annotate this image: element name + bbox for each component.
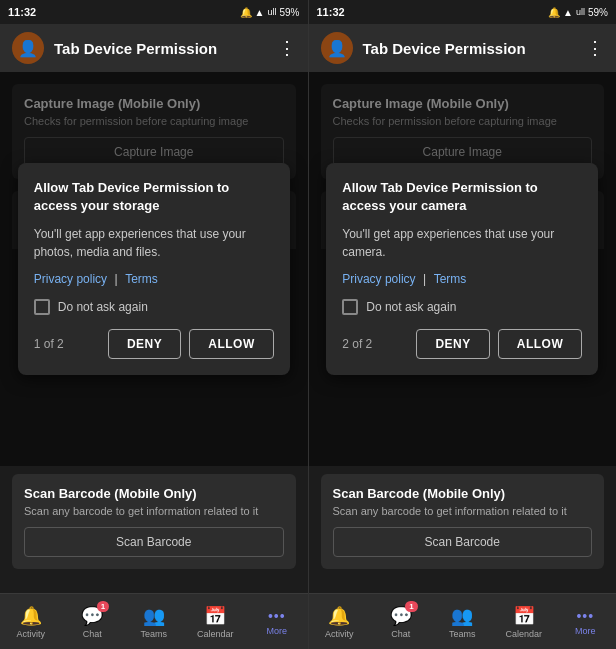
nav-more-left[interactable]: ••• More (253, 608, 301, 636)
activity-icon-right: 🔔 (328, 605, 350, 627)
checkbox-label-right: Do not ask again (366, 300, 456, 314)
privacy-policy-link-right[interactable]: Privacy policy (342, 272, 415, 286)
nav-label-activity-left: Activity (16, 629, 45, 639)
terms-link-right[interactable]: Terms (434, 272, 467, 286)
nav-chat-right[interactable]: 💬1 Chat (377, 605, 425, 639)
link-separator-left: | (115, 272, 118, 286)
nav-teams-left[interactable]: 👥 Teams (130, 605, 178, 639)
dialog-buttons-left: DENY ALLOW (108, 329, 274, 359)
checkbox-row-left: Do not ask again (34, 299, 274, 315)
wifi-icon-left: ▲ (255, 7, 265, 18)
phone-panel-right: 11:32 🔔 ▲ ull 59% 👤 Tab Device Permissio… (309, 0, 617, 649)
deny-button-right[interactable]: DENY (416, 329, 489, 359)
nav-label-chat-right: Chat (391, 629, 410, 639)
card-desc-scan-left: Scan any barcode to get information rela… (24, 505, 284, 517)
dialog-title-right: Allow Tab Device Permission to access yo… (342, 179, 582, 215)
battery-left: 59% (279, 7, 299, 18)
dialog-buttons-right: DENY ALLOW (416, 329, 582, 359)
teams-icon-left: 👥 (143, 605, 165, 627)
bottom-cards-right: Scan Barcode (Mobile Only) Scan any barc… (309, 466, 617, 593)
permission-dialog-right: Allow Tab Device Permission to access yo… (326, 163, 598, 375)
allow-button-left[interactable]: ALLOW (189, 329, 274, 359)
nav-label-activity-right: Activity (325, 629, 354, 639)
calendar-icon-right: 📅 (513, 605, 535, 627)
nav-label-more-left: More (266, 626, 287, 636)
notification-icon-left: 🔔 (240, 7, 252, 18)
teams-icon-right: 👥 (451, 605, 473, 627)
nav-more-right[interactable]: ••• More (561, 608, 609, 636)
avatar-right: 👤 (321, 32, 353, 64)
scan-barcode-button-left[interactable]: Scan Barcode (24, 527, 284, 557)
checkbox-label-left: Do not ask again (58, 300, 148, 314)
status-icons-left: 🔔 ▲ ull 59% (240, 7, 300, 18)
calendar-icon-left: 📅 (204, 605, 226, 627)
dialog-links-left: Privacy policy | Terms (34, 269, 274, 287)
avatar-left: 👤 (12, 32, 44, 64)
app-title-left: Tab Device Permission (54, 40, 268, 57)
notification-icon-right: 🔔 (548, 7, 560, 18)
dialog-counter-right: 2 of 2 (342, 337, 372, 351)
card-title-scan-left: Scan Barcode (Mobile Only) (24, 486, 284, 501)
card-title-scan-right: Scan Barcode (Mobile Only) (333, 486, 593, 501)
nav-label-teams-left: Teams (140, 629, 167, 639)
nav-chat-left[interactable]: 💬1 Chat (68, 605, 116, 639)
dialog-counter-left: 1 of 2 (34, 337, 64, 351)
status-icons-right: 🔔 ▲ ull 59% (548, 7, 608, 18)
status-time-left: 11:32 (8, 6, 36, 18)
card-scan-barcode-right: Scan Barcode (Mobile Only) Scan any barc… (321, 474, 605, 569)
chat-badge-left: 1 (97, 601, 109, 612)
nav-teams-right[interactable]: 👥 Teams (438, 605, 486, 639)
nav-label-more-right: More (575, 626, 596, 636)
terms-link-left[interactable]: Terms (125, 272, 158, 286)
chat-icon-right: 💬1 (390, 605, 412, 627)
privacy-policy-link-left[interactable]: Privacy policy (34, 272, 107, 286)
activity-icon-left: 🔔 (20, 605, 42, 627)
deny-button-left[interactable]: DENY (108, 329, 181, 359)
nav-label-chat-left: Chat (83, 629, 102, 639)
bottom-nav-right: 🔔 Activity 💬1 Chat 👥 Teams 📅 Calendar ••… (309, 593, 617, 649)
nav-activity-right[interactable]: 🔔 Activity (315, 605, 363, 639)
more-icon-left: ••• (268, 608, 286, 624)
bottom-nav-left: 🔔 Activity 💬1 Chat 👥 Teams 📅 Calendar ••… (0, 593, 308, 649)
signal-icon-right: ull (576, 7, 585, 17)
nav-activity-left[interactable]: 🔔 Activity (7, 605, 55, 639)
dialog-title-left: Allow Tab Device Permission to access yo… (34, 179, 274, 215)
status-bar-left: 11:32 🔔 ▲ ull 59% (0, 0, 308, 24)
nav-calendar-right[interactable]: 📅 Calendar (500, 605, 548, 639)
dialog-footer-right: 2 of 2 DENY ALLOW (342, 329, 582, 359)
dialog-body-right: You'll get app experiences that use your… (342, 225, 582, 261)
signal-icon-left: ull (267, 7, 276, 17)
app-title-right: Tab Device Permission (363, 40, 577, 57)
app-bar-right: 👤 Tab Device Permission ⋮ (309, 24, 617, 72)
link-separator-right: | (423, 272, 426, 286)
do-not-ask-checkbox-left[interactable] (34, 299, 50, 315)
more-icon-right: ••• (576, 608, 594, 624)
dialog-overlay-left: Allow Tab Device Permission to access yo… (0, 72, 308, 466)
allow-button-right[interactable]: ALLOW (498, 329, 583, 359)
status-time-right: 11:32 (317, 6, 345, 18)
card-scan-barcode-left: Scan Barcode (Mobile Only) Scan any barc… (12, 474, 296, 569)
content-area-left: Capture Image (Mobile Only) Checks for p… (0, 72, 308, 466)
do-not-ask-checkbox-right[interactable] (342, 299, 358, 315)
battery-right: 59% (588, 7, 608, 18)
dialog-body-left: You'll get app experiences that use your… (34, 225, 274, 261)
avatar-icon-left: 👤 (18, 39, 38, 58)
permission-dialog-left: Allow Tab Device Permission to access yo… (18, 163, 290, 375)
menu-icon-left[interactable]: ⋮ (278, 37, 296, 59)
nav-calendar-left[interactable]: 📅 Calendar (191, 605, 239, 639)
chat-badge-right: 1 (405, 601, 417, 612)
menu-icon-right[interactable]: ⋮ (586, 37, 604, 59)
phone-panel-left: 11:32 🔔 ▲ ull 59% 👤 Tab Device Permissio… (0, 0, 308, 649)
dialog-overlay-right: Allow Tab Device Permission to access yo… (309, 72, 617, 466)
status-bar-right: 11:32 🔔 ▲ ull 59% (309, 0, 617, 24)
content-area-right: Capture Image (Mobile Only) Checks for p… (309, 72, 617, 466)
checkbox-row-right: Do not ask again (342, 299, 582, 315)
scan-barcode-button-right[interactable]: Scan Barcode (333, 527, 593, 557)
chat-icon-left: 💬1 (81, 605, 103, 627)
nav-label-calendar-right: Calendar (505, 629, 542, 639)
nav-label-teams-right: Teams (449, 629, 476, 639)
dialog-links-right: Privacy policy | Terms (342, 269, 582, 287)
wifi-icon-right: ▲ (563, 7, 573, 18)
avatar-icon-right: 👤 (327, 39, 347, 58)
card-desc-scan-right: Scan any barcode to get information rela… (333, 505, 593, 517)
